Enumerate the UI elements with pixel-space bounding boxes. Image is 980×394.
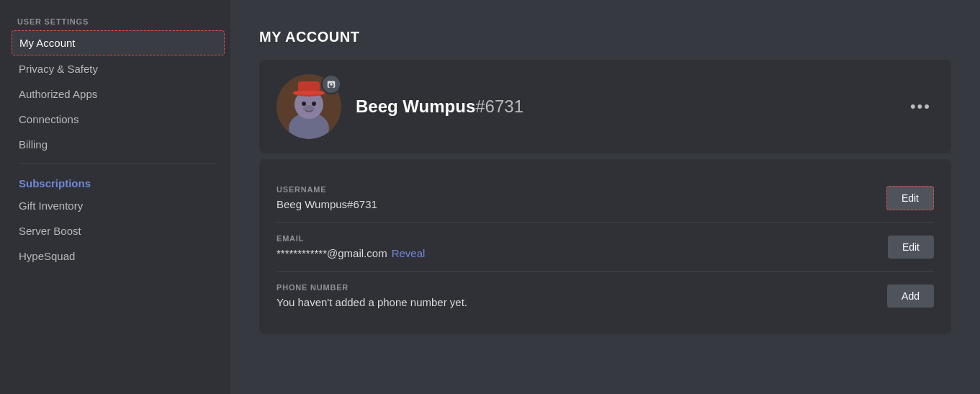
avatar-container <box>277 74 341 139</box>
sidebar-item-hypesquad[interactable]: HypeSquad <box>12 244 225 268</box>
sidebar-subscriptions-label: Subscriptions <box>12 171 225 192</box>
sidebar-item-label: HypeSquad <box>19 250 75 262</box>
phone-value: You haven't added a phone number yet. <box>277 296 876 308</box>
username-value: Beeg Wumpus#6731 <box>277 198 875 210</box>
phone-label: PHONE NUMBER <box>277 283 876 292</box>
sidebar-item-server-boost[interactable]: Server Boost <box>12 219 225 243</box>
phone-left: PHONE NUMBER You haven't added a phone n… <box>277 283 876 308</box>
sidebar-item-label: Billing <box>19 138 48 151</box>
sidebar-item-authorized-apps[interactable]: Authorized Apps <box>12 82 225 106</box>
profile-info: Beeg Wumpus#6731 <box>356 97 523 117</box>
email-edit-button[interactable]: Edit <box>888 236 934 259</box>
sidebar-item-privacy-safety[interactable]: Privacy & Safety <box>12 57 225 81</box>
avatar-edit-button[interactable] <box>321 74 341 94</box>
profile-discriminator: #6731 <box>475 97 523 116</box>
sidebar: USER SETTINGS My Account Privacy & Safet… <box>0 0 230 394</box>
sidebar-divider <box>19 164 217 164</box>
email-label: EMAIL <box>277 234 876 243</box>
sidebar-item-label: Connections <box>19 113 78 125</box>
svg-point-4 <box>312 102 316 106</box>
sidebar-item-gift-inventory[interactable]: Gift Inventory <box>12 194 225 218</box>
main-content: MY ACCOUNT <box>230 0 980 394</box>
sidebar-section-label: USER SETTINGS <box>12 17 225 30</box>
sidebar-item-label: Privacy & Safety <box>19 63 98 75</box>
svg-point-3 <box>302 102 306 106</box>
phone-add-button[interactable]: Add <box>887 285 934 308</box>
sidebar-item-label: Server Boost <box>19 225 81 237</box>
email-reveal-link[interactable]: Reveal <box>392 247 426 259</box>
camera-icon <box>326 79 336 89</box>
profile-more-button[interactable]: ••• <box>904 94 937 119</box>
sidebar-item-connections[interactable]: Connections <box>12 107 225 131</box>
username-label: USERNAME <box>277 185 875 194</box>
email-row: EMAIL ************@gmail.comReveal Edit <box>277 223 934 272</box>
svg-point-7 <box>293 91 325 95</box>
sidebar-item-label: Gift Inventory <box>19 200 83 212</box>
username-left: USERNAME Beeg Wumpus#6731 <box>277 185 875 210</box>
username-row: USERNAME Beeg Wumpus#6731 Edit <box>277 174 934 223</box>
email-value: ************@gmail.comReveal <box>277 247 876 259</box>
page-title: MY ACCOUNT <box>259 29 951 45</box>
email-masked: ************@gmail.com <box>277 247 387 259</box>
sidebar-item-my-account[interactable]: My Account <box>12 30 225 55</box>
phone-row: PHONE NUMBER You haven't added a phone n… <box>277 272 934 320</box>
profile-card: Beeg Wumpus#6731 ••• <box>259 60 951 153</box>
profile-username: Beeg Wumpus <box>356 97 475 116</box>
sidebar-item-label: Authorized Apps <box>19 88 97 100</box>
sidebar-item-label: My Account <box>19 37 76 49</box>
sidebar-item-billing[interactable]: Billing <box>12 133 225 156</box>
email-left: EMAIL ************@gmail.comReveal <box>277 234 876 259</box>
username-edit-button[interactable]: Edit <box>886 186 934 210</box>
info-section: USERNAME Beeg Wumpus#6731 Edit EMAIL ***… <box>259 159 951 334</box>
